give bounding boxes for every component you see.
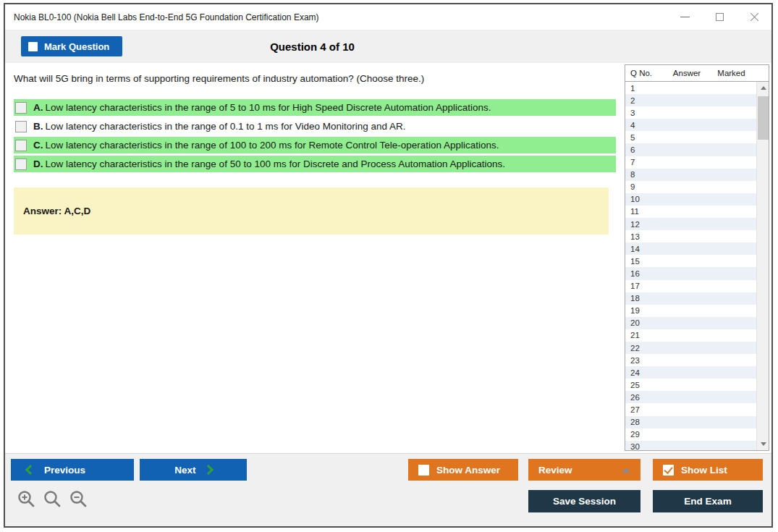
option-text: D.Low latency characteristics in the ran… [33,159,505,169]
chevron-right-icon [203,465,213,475]
question-list-row[interactable]: 8 [625,169,756,181]
scrollbar-thumb[interactable] [758,96,769,140]
zoom-toolbar [17,489,88,509]
question-list-row[interactable]: 15 [625,255,756,267]
question-list-row[interactable]: 22 [625,342,756,354]
answer-option-b[interactable]: B.Low latency characteristics in the ran… [14,118,616,135]
question-list-row[interactable]: 10 [625,193,756,206]
next-button[interactable]: Next [140,459,247,481]
question-list-header: Q No. Answer Marked [625,65,769,82]
save-session-label: Save Session [553,496,616,507]
scroll-down-button[interactable] [757,438,769,450]
answer-options: A.Low latency characteristics in the ran… [14,99,616,172]
column-qno: Q No. [625,69,665,77]
question-list-scrollbar[interactable] [756,82,769,450]
window-title: Nokia BL0-100 (Nokia Bell Labs End-to-En… [5,12,319,22]
minimize-icon [680,17,690,17]
question-list-row[interactable]: 17 [625,280,756,292]
option-text: B.Low latency characteristics in the ran… [33,121,406,132]
save-session-button[interactable]: Save Session [528,490,640,512]
previous-label: Previous [44,465,85,476]
scroll-up-button[interactable] [757,82,769,94]
show-answer-label: Show Answer [436,465,500,476]
question-list-row[interactable]: 30 [625,441,756,450]
show-answer-checkbox[interactable] [418,465,429,476]
question-list-row[interactable]: 3 [625,106,756,119]
maximize-icon [716,13,724,21]
answer-box: Answer: A,C,D [14,187,609,235]
end-exam-label: End Exam [684,496,731,507]
close-icon [750,12,759,22]
question-list-row[interactable]: 21 [625,329,756,342]
question-list-row[interactable]: 12 [625,218,756,230]
column-marked: Marked [709,69,769,77]
bottom-bar: Previous Next Show [5,453,771,526]
answer-option-c[interactable]: C.Low latency characteristics in the ran… [14,137,616,153]
question-list-row[interactable]: 28 [625,416,756,428]
review-button[interactable]: Review [528,459,640,481]
question-list-row[interactable]: 25 [625,379,756,391]
main-area: What will 5G bring in terms of supportin… [5,63,771,453]
show-answer-button[interactable]: Show Answer [408,459,518,481]
title-bar: Nokia BL0-100 (Nokia Bell Labs End-to-En… [5,4,771,30]
question-list-row[interactable]: 6 [625,143,756,156]
option-text: A.Low latency characteristics in the ran… [33,102,491,113]
question-list-panel: Q No. Answer Marked 12345678910111213141… [625,64,769,451]
question-list-row[interactable]: 26 [625,391,756,403]
question-list-row[interactable]: 29 [625,428,756,441]
dropdown-up-icon [622,468,630,473]
show-list-button[interactable]: Show List [653,459,763,481]
question-list-row[interactable]: 23 [625,354,756,366]
scroll-up-icon [761,86,766,90]
answer-option-d[interactable]: D.Low latency characteristics in the ran… [14,156,616,172]
question-counter: Question 4 of 10 [5,41,620,53]
question-list-row[interactable]: 13 [625,230,756,242]
zoom-out-icon[interactable] [69,489,88,509]
column-answer: Answer [665,69,709,77]
option-checkbox[interactable] [15,159,27,170]
next-label: Next [174,465,195,476]
app-window: Nokia BL0-100 (Nokia Bell Labs End-to-En… [4,3,773,528]
question-list-row[interactable]: 11 [625,206,756,218]
question-list-row[interactable]: 9 [625,181,756,193]
maximize-button[interactable] [702,4,737,30]
question-list-row[interactable]: 20 [625,317,756,329]
question-list-row[interactable]: 24 [625,366,756,379]
question-list-row[interactable]: 19 [625,305,756,317]
question-list-row[interactable]: 18 [625,292,756,305]
close-button[interactable] [737,4,771,30]
question-area: What will 5G bring in terms of supportin… [5,63,625,453]
question-list-row[interactable]: 14 [625,242,756,255]
question-list-row[interactable]: 4 [625,119,756,131]
show-list-label: Show List [681,465,727,476]
show-list-checkbox[interactable] [663,465,674,476]
question-list-row[interactable]: 2 [625,94,756,106]
end-exam-button[interactable]: End Exam [653,490,763,512]
minimize-button[interactable] [667,4,702,30]
question-list-row[interactable]: 1 [625,82,756,94]
header-bar: Mark Question Question 4 of 10 [5,30,771,63]
chevron-left-icon [25,465,35,475]
question-list-row[interactable]: 7 [625,156,756,169]
option-text: C.Low latency characteristics in the ran… [33,140,499,151]
question-list-row[interactable]: 27 [625,403,756,415]
question-list-row[interactable]: 16 [625,267,756,279]
option-checkbox[interactable] [15,140,27,151]
review-label: Review [538,465,572,476]
question-list-body: 1234567891011121314151617181920212223242… [625,82,769,450]
zoom-in-icon[interactable] [17,489,36,509]
window-controls [667,4,771,30]
scroll-down-icon [761,442,766,446]
question-rows: 1234567891011121314151617181920212223242… [625,82,756,450]
previous-button[interactable]: Previous [11,459,134,481]
question-text: What will 5G bring in terms of supportin… [14,73,616,84]
question-list-row[interactable]: 5 [625,131,756,143]
answer-option-a[interactable]: A.Low latency characteristics in the ran… [14,99,616,116]
option-checkbox[interactable] [15,102,27,114]
zoom-reset-icon[interactable] [43,489,62,509]
option-checkbox[interactable] [15,121,27,132]
